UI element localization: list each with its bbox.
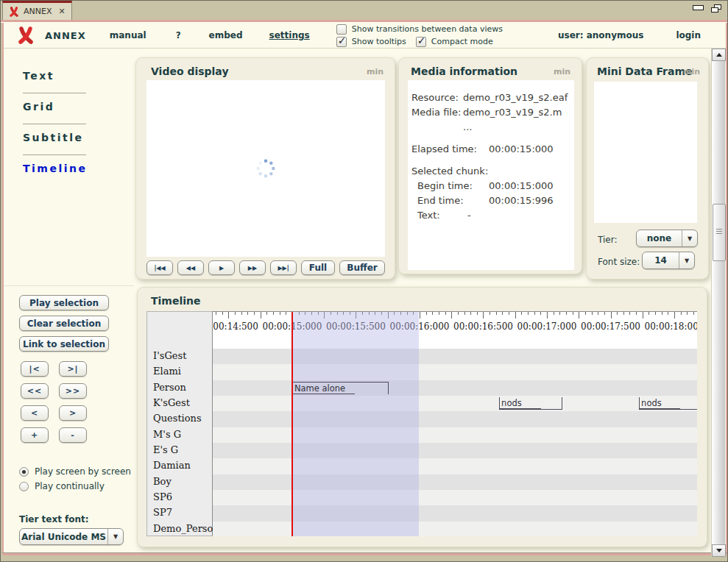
go-to-start-button[interactable]: |◀◀ bbox=[146, 260, 173, 275]
ruler-tick bbox=[636, 312, 637, 315]
sidebar-item-text[interactable]: Text bbox=[23, 70, 54, 82]
ruler-tick bbox=[445, 312, 446, 315]
scroll-down-button[interactable] bbox=[712, 544, 726, 557]
tier-text-font-value: Arial Unicode MS bbox=[20, 529, 107, 544]
annotation[interactable]: nods bbox=[639, 397, 697, 410]
zoom-out-button[interactable]: - bbox=[59, 427, 87, 443]
minimize-icon[interactable] bbox=[693, 5, 704, 10]
nav-manual[interactable]: manual bbox=[110, 30, 146, 40]
ruler-tick bbox=[241, 312, 242, 315]
ruler-tick bbox=[273, 312, 274, 315]
sidebar-item-subtitle[interactable]: Subtitle bbox=[23, 132, 84, 143]
show-tooltips-label: Show tooltips bbox=[352, 37, 406, 46]
ruler-tick bbox=[623, 312, 624, 315]
show-tooltips-checkbox[interactable] bbox=[336, 37, 347, 47]
selection-overlay bbox=[292, 312, 419, 536]
ruler-tick bbox=[534, 312, 535, 315]
nav-embed[interactable]: embed bbox=[209, 30, 243, 40]
mini-panel-min-link[interactable]: min bbox=[683, 67, 700, 77]
tier-row[interactable] bbox=[213, 522, 697, 536]
vertical-scrollbar[interactable] bbox=[711, 49, 725, 557]
ruler-tick bbox=[515, 312, 516, 319]
radio-button[interactable] bbox=[19, 467, 29, 477]
sidebar-item-grid[interactable]: Grid bbox=[23, 101, 54, 113]
annotation[interactable]: nods bbox=[499, 397, 562, 410]
ruler-tick bbox=[228, 312, 229, 319]
thumb-grip-icon bbox=[716, 229, 722, 235]
text-value: - bbox=[467, 208, 471, 223]
fast-forward-button[interactable]: ▶▶ bbox=[239, 260, 266, 275]
tier-row[interactable] bbox=[213, 364, 697, 380]
annotation-label: nods bbox=[640, 398, 679, 409]
main-content: ANNEX manual ? embed settings Show trans… bbox=[4, 23, 726, 552]
app-title: ANNEX bbox=[45, 30, 86, 41]
ruler-tick bbox=[458, 312, 459, 315]
go-to-end-button[interactable]: ▶▶| bbox=[270, 260, 297, 275]
play-mode-option: Play screen by screen bbox=[19, 466, 131, 477]
ruler-tick bbox=[655, 312, 656, 315]
tier-row[interactable] bbox=[213, 427, 697, 443]
tier-text-font-dropdown[interactable]: Arial Unicode MS ▼ bbox=[19, 528, 124, 545]
login-link[interactable]: login bbox=[676, 30, 701, 40]
ruler-tick bbox=[540, 312, 541, 315]
view-tab-bar: ANNEX ✕ bbox=[1, 1, 727, 20]
mini-data-viewport bbox=[594, 82, 697, 223]
scroll-up-button[interactable] bbox=[712, 49, 726, 61]
scrollbar-thumb[interactable] bbox=[713, 204, 726, 261]
zoom-in-button[interactable]: + bbox=[21, 427, 49, 443]
app-window: ANNEX ✕ ANNEX manual ? embed settings bbox=[0, 0, 728, 562]
radio-button[interactable] bbox=[19, 482, 29, 491]
media-panel-title: Media information bbox=[411, 65, 517, 77]
compact-mode-checkbox[interactable] bbox=[416, 37, 426, 47]
video-panel-min-link[interactable]: min bbox=[367, 67, 384, 77]
tab-close-icon[interactable]: ✕ bbox=[58, 7, 65, 16]
tier-row[interactable] bbox=[213, 396, 697, 411]
annex-view-tab[interactable]: ANNEX ✕ bbox=[2, 1, 72, 20]
tier-row[interactable] bbox=[213, 443, 697, 458]
selection-begin-button[interactable]: |< bbox=[21, 361, 49, 377]
view-options: Show transitions between data views Show… bbox=[336, 24, 503, 47]
annotation[interactable]: Name alone bbox=[292, 382, 389, 394]
next-chunk-button[interactable]: >> bbox=[59, 383, 87, 399]
tier-select-label: Tier: bbox=[598, 235, 617, 245]
show-transitions-checkbox[interactable] bbox=[336, 24, 347, 35]
tier-row[interactable] bbox=[213, 474, 697, 490]
full-button[interactable]: Full bbox=[301, 260, 335, 275]
ruler-tick bbox=[573, 312, 573, 315]
ruler-time-label: 00:00:17:500 bbox=[581, 321, 640, 332]
nav-settings[interactable]: settings bbox=[269, 30, 310, 40]
timeline-track[interactable]: 00:00:14:50000:00:15:00000:00:15:50000:0… bbox=[213, 311, 697, 536]
tier-row[interactable] bbox=[213, 349, 697, 364]
sidebar-divider bbox=[23, 124, 86, 124]
link-to-selection-button[interactable]: Link to selection bbox=[19, 336, 109, 352]
resource-value: demo_r03_v19_s2.eaf bbox=[463, 90, 568, 105]
rewind-button[interactable]: ◀◀ bbox=[177, 260, 204, 275]
buffer-button[interactable]: Buffer bbox=[339, 260, 385, 275]
restore-icon[interactable] bbox=[711, 4, 721, 13]
selection-end-button[interactable]: >| bbox=[59, 361, 87, 377]
tier-select-dropdown[interactable]: none ▼ bbox=[636, 230, 698, 247]
prev-chunk-button[interactable]: << bbox=[21, 383, 49, 399]
play-button[interactable]: ▶ bbox=[208, 260, 235, 275]
user-area: user: anonymous login bbox=[558, 30, 701, 40]
clear-selection-button[interactable]: Clear selection bbox=[19, 316, 109, 331]
play-selection-button[interactable]: Play selection bbox=[19, 295, 109, 310]
tier-row[interactable] bbox=[213, 458, 697, 474]
step-forward-button[interactable]: > bbox=[59, 405, 87, 421]
tier-name: Boy bbox=[153, 474, 172, 489]
sidebar-item-timeline[interactable]: Timeline bbox=[23, 163, 88, 174]
tier-name: I'sGest bbox=[153, 348, 186, 363]
font-size-dropdown[interactable]: 14 ▼ bbox=[642, 252, 695, 269]
tab-title: ANNEX bbox=[24, 7, 52, 16]
step-back-button[interactable]: < bbox=[21, 405, 49, 421]
text-label: Text: bbox=[417, 208, 467, 223]
tier-row[interactable] bbox=[213, 490, 697, 505]
annotation-label: nods bbox=[500, 398, 541, 409]
nav-help[interactable]: ? bbox=[176, 30, 181, 40]
font-size-value: 14 bbox=[643, 252, 679, 268]
tier-row[interactable] bbox=[213, 380, 697, 396]
tier-row[interactable] bbox=[213, 505, 697, 521]
media-panel-min-link[interactable]: min bbox=[554, 67, 570, 77]
tier-row[interactable] bbox=[213, 411, 697, 427]
begin-time-value: 00:00:15:000 bbox=[489, 179, 554, 193]
